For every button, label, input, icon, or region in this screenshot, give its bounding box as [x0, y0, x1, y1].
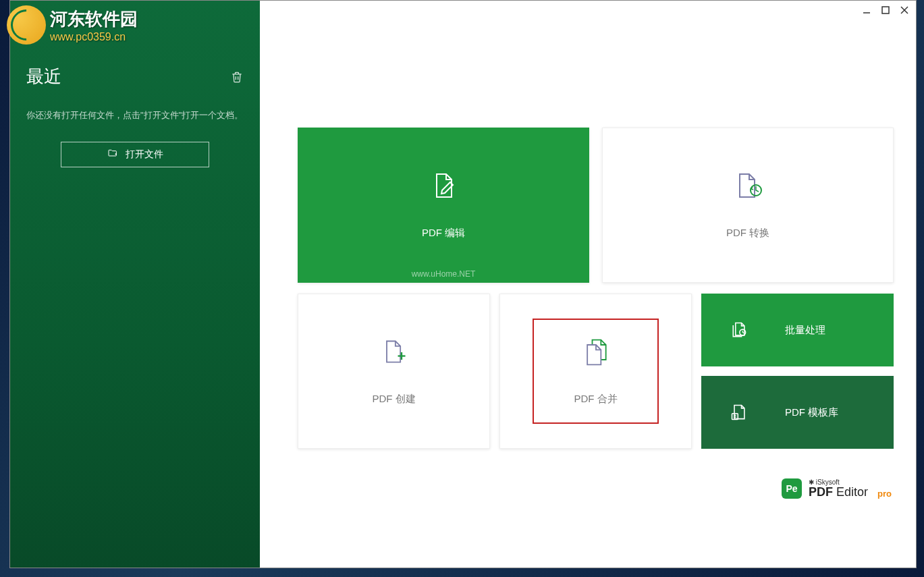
- right-column: 批量处理 PDF 模板库: [701, 294, 894, 449]
- app-window: 最近 你还没有打开任何文件，点击"打开文件"打开一个文档。 打开文件: [9, 0, 917, 568]
- batch-icon: [730, 320, 749, 340]
- maximize-icon[interactable]: [881, 5, 890, 15]
- create-document-icon: [379, 337, 409, 367]
- sidebar-description: 你还没有打开任何文件，点击"打开文件"打开一个文档。: [26, 107, 244, 124]
- merge-document-icon: [578, 337, 614, 367]
- svg-rect-1: [882, 7, 889, 13]
- open-file-button[interactable]: 打开文件: [61, 142, 209, 167]
- tile-pdf-template[interactable]: PDF 模板库: [701, 376, 894, 449]
- tile-merge-highlight: PDF 合并: [533, 319, 659, 424]
- folder-plus-icon: [107, 148, 119, 161]
- close-icon[interactable]: [900, 5, 909, 15]
- footer-brand: Pe ✱ iSkysoft PDF Editor pro: [782, 478, 892, 499]
- pe-badge-icon: Pe: [782, 478, 802, 499]
- brand-main-text: PDF Editor: [809, 486, 868, 498]
- tile-batch-label: 批量处理: [785, 324, 825, 337]
- edit-document-icon: [427, 171, 460, 201]
- trash-icon[interactable]: [230, 70, 244, 84]
- tile-pdf-merge[interactable]: PDF 合并: [499, 294, 692, 449]
- brand-pro-text: pro: [877, 489, 892, 499]
- open-file-label: 打开文件: [126, 148, 163, 161]
- template-icon: [730, 402, 749, 422]
- tile-batch-process[interactable]: 批量处理: [701, 294, 894, 366]
- tile-pdf-convert[interactable]: PDF 转换: [602, 128, 894, 283]
- sidebar-title: 最近: [26, 65, 61, 88]
- convert-document-icon: [732, 171, 764, 201]
- tile-template-label: PDF 模板库: [785, 406, 838, 419]
- main-area: PDF 编辑 www.uHome.NET PDF 转换: [260, 1, 916, 568]
- sidebar: 最近 你还没有打开任何文件，点击"打开文件"打开一个文档。 打开文件: [10, 1, 260, 568]
- center-watermark: www.uHome.NET: [412, 269, 476, 279]
- tile-convert-label: PDF 转换: [726, 227, 769, 240]
- tile-merge-label: PDF 合并: [574, 393, 617, 406]
- titlebar: [260, 1, 916, 20]
- tile-create-label: PDF 创建: [372, 393, 415, 406]
- minimize-icon[interactable]: [862, 5, 871, 15]
- tile-edit-label: PDF 编辑: [422, 227, 465, 240]
- tile-pdf-edit[interactable]: PDF 编辑 www.uHome.NET: [298, 128, 589, 283]
- tile-pdf-create[interactable]: PDF 创建: [298, 294, 490, 449]
